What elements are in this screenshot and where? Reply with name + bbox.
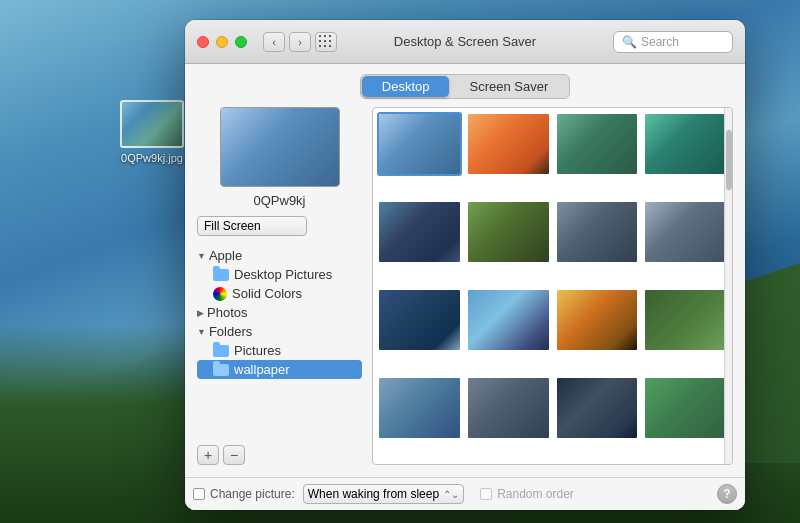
tab-group: Desktop Screen Saver <box>360 74 570 99</box>
wallpaper-item-12[interactable] <box>643 288 728 352</box>
wallpaper-item-14[interactable] <box>466 376 551 440</box>
search-box[interactable]: 🔍 Search <box>613 31 733 53</box>
tab-desktop[interactable]: Desktop <box>362 76 450 97</box>
fill-dropdown-row: Fill Screen Fit to Screen Stretch to Fil… <box>197 216 362 236</box>
change-picture-option: When waking from sleep <box>308 487 439 501</box>
wallpaper-preview <box>220 107 340 187</box>
sidebar-section-photos[interactable]: ▶ Photos <box>197 303 362 322</box>
wallpaper-item-3[interactable] <box>555 112 640 176</box>
change-select-arrow: ⌃⌄ <box>443 489 459 500</box>
sidebar-desktop-pictures-label: Desktop Pictures <box>234 267 332 282</box>
apple-triangle: ▼ <box>197 251 206 261</box>
wallpaper-grid <box>372 107 733 465</box>
wallpaper-item-5[interactable] <box>377 200 462 264</box>
forward-button[interactable]: › <box>289 32 311 52</box>
sidebar-item-solid-colors[interactable]: Solid Colors <box>197 284 362 303</box>
scroll-track <box>724 108 732 464</box>
wallpaper-folder-icon <box>213 364 229 376</box>
help-button[interactable]: ? <box>717 484 737 504</box>
desktop-icon-thumbnail <box>120 100 184 148</box>
nav-buttons: ‹ › <box>263 32 311 52</box>
sidebar-section-apple[interactable]: ▼ Apple <box>197 246 362 265</box>
preview-filename: 0QPw9kj <box>197 193 362 208</box>
sidebar-list: ▼ Apple Desktop Pictures Solid Colors ▶ … <box>197 246 362 439</box>
search-icon: 🔍 <box>622 35 637 49</box>
wallpaper-item-13[interactable] <box>377 376 462 440</box>
change-picture-row: Change picture: <box>193 487 295 501</box>
folders-triangle: ▼ <box>197 327 206 337</box>
add-remove-buttons: + − <box>197 445 362 465</box>
maximize-button[interactable] <box>235 36 247 48</box>
random-order-label: Random order <box>497 487 574 501</box>
titlebar: ‹ › Desktop & Screen Saver 🔍 Search <box>185 20 745 64</box>
sidebar-item-desktop-pictures[interactable]: Desktop Pictures <box>197 265 362 284</box>
window-title: Desktop & Screen Saver <box>394 34 536 49</box>
sidebar-item-wallpaper[interactable]: wallpaper <box>197 360 362 379</box>
sidebar-photos-label: Photos <box>207 305 247 320</box>
bottom-bar: Change picture: When waking from sleep ⌃… <box>185 477 745 510</box>
sidebar-solid-colors-label: Solid Colors <box>232 286 302 301</box>
tabs-bar: Desktop Screen Saver <box>185 64 745 107</box>
sidebar-item-pictures[interactable]: Pictures <box>197 341 362 360</box>
sidebar-apple-label: Apple <box>209 248 242 263</box>
change-picture-select[interactable]: When waking from sleep ⌃⌄ <box>303 484 464 504</box>
wallpaper-item-10[interactable] <box>466 288 551 352</box>
change-picture-checkbox[interactable] <box>193 488 205 500</box>
wallpaper-item-4[interactable] <box>643 112 728 176</box>
close-button[interactable] <box>197 36 209 48</box>
wallpaper-item-2[interactable] <box>466 112 551 176</box>
back-button[interactable]: ‹ <box>263 32 285 52</box>
fill-select[interactable]: Fill Screen Fit to Screen Stretch to Fil… <box>197 216 307 236</box>
color-wheel-icon <box>213 287 227 301</box>
wallpaper-item-9[interactable] <box>377 288 462 352</box>
wallpaper-item-8[interactable] <box>643 200 728 264</box>
add-folder-button[interactable]: + <box>197 445 219 465</box>
tab-screensaver[interactable]: Screen Saver <box>449 76 568 97</box>
photos-triangle: ▶ <box>197 308 204 318</box>
random-order-row: Random order <box>480 487 574 501</box>
traffic-lights <box>197 36 247 48</box>
sidebar-pictures-label: Pictures <box>234 343 281 358</box>
sidebar-section-folders[interactable]: ▼ Folders <box>197 322 362 341</box>
sidebar-wallpaper-label: wallpaper <box>234 362 290 377</box>
wallpaper-item-11[interactable] <box>555 288 640 352</box>
desktop-icon-label: 0QPw9kj.jpg <box>121 152 183 164</box>
grid-view-button[interactable] <box>315 32 337 52</box>
search-placeholder: Search <box>641 35 679 49</box>
right-panel <box>372 107 733 465</box>
remove-folder-button[interactable]: − <box>223 445 245 465</box>
wallpaper-item-16[interactable] <box>643 376 728 440</box>
main-content: 0QPw9kj Fill Screen Fit to Screen Stretc… <box>185 107 745 477</box>
pictures-folder-icon <box>213 345 229 357</box>
scroll-thumb[interactable] <box>726 130 732 190</box>
left-panel: 0QPw9kj Fill Screen Fit to Screen Stretc… <box>197 107 362 465</box>
desktop-screensaver-window: ‹ › Desktop & Screen Saver 🔍 Search Desk… <box>185 20 745 510</box>
wallpaper-item-6[interactable] <box>466 200 551 264</box>
preview-image <box>221 108 339 186</box>
minimize-button[interactable] <box>216 36 228 48</box>
wallpaper-item-7[interactable] <box>555 200 640 264</box>
folder-icon <box>213 269 229 281</box>
wallpaper-item-15[interactable] <box>555 376 640 440</box>
sidebar-folders-label: Folders <box>209 324 252 339</box>
random-order-checkbox[interactable] <box>480 488 492 500</box>
wallpaper-item-1[interactable] <box>377 112 462 176</box>
change-picture-label: Change picture: <box>210 487 295 501</box>
desktop-icon[interactable]: 0QPw9kj.jpg <box>120 100 184 164</box>
